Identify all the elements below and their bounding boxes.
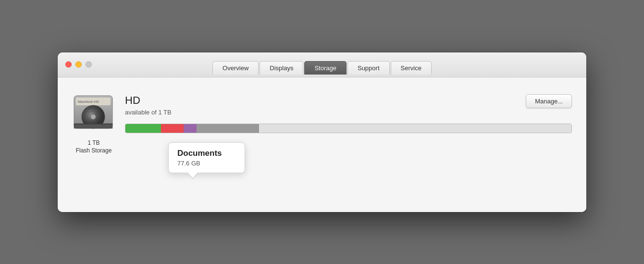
bar-apps [125,124,161,133]
minimize-button[interactable] [75,62,82,68]
storage-row: Macintosh HD [72,92,572,155]
drive-size: 1 TB [87,139,99,146]
manage-button[interactable]: Manage... [526,94,572,108]
tooltip-value: 77.6 GB [177,160,236,167]
tab-overview[interactable]: Overview [212,61,259,75]
disk-name: HD [125,94,572,107]
traffic-lights [65,62,92,68]
content-area: Documents 77.6 GB [58,77,586,212]
bar-free [259,124,571,133]
tab-support[interactable]: Support [347,61,390,75]
tab-displays[interactable]: Displays [260,61,303,75]
main-window: Overview Displays Storage Support Servic… [58,52,586,212]
drive-type: Flash Storage [76,147,112,154]
drive-icon: Macintosh HD [72,92,115,135]
bar-docs [184,124,197,133]
tooltip-title: Documents [177,149,236,158]
disk-available: available of 1 TB [125,109,572,116]
tab-storage[interactable]: Storage [304,61,347,75]
tab-bar: Overview Displays Storage Support Servic… [212,61,432,74]
bar-other [197,124,259,133]
documents-tooltip: Documents 77.6 GB [168,142,245,173]
maximize-button[interactable] [86,62,92,68]
svg-rect-8 [74,124,112,125]
storage-bar [125,124,572,133]
bar-photos [161,124,183,133]
svg-point-6 [91,114,96,119]
drive-container: Macintosh HD [72,92,115,155]
drive-size-label: 1 TB Flash Storage [76,139,112,155]
tab-service[interactable]: Service [391,61,432,75]
drive-info: Manage... HD available of 1 TB [125,92,572,133]
svg-text:Macintosh HD: Macintosh HD [78,100,99,103]
close-button[interactable] [65,62,72,68]
drive-svg: Macintosh HD [72,92,114,134]
titlebar: Overview Displays Storage Support Servic… [58,52,586,77]
